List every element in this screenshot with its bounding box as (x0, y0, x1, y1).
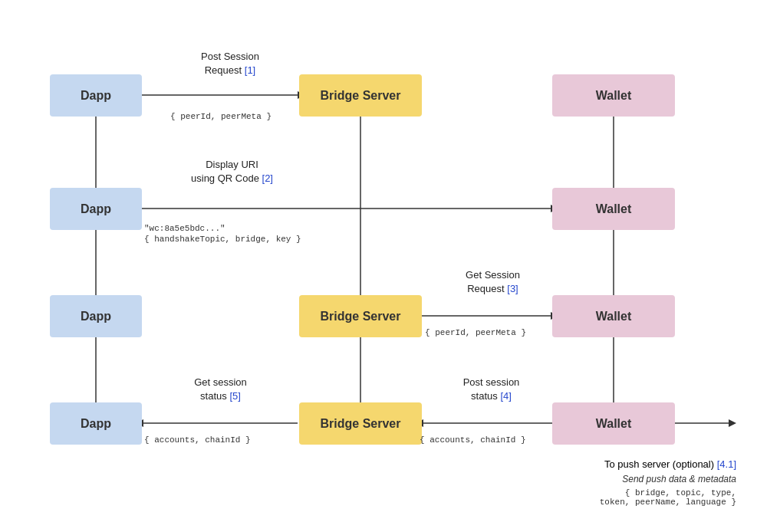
step5-num: [5] (229, 390, 240, 402)
step5-label: Get sessionstatus [5] (165, 376, 276, 403)
wallet2-label: Wallet (596, 202, 632, 216)
code2a-text: "wc:8a5e5bdc..." (144, 224, 225, 233)
code2b: { handshakeTopic, bridge, key } (144, 235, 301, 244)
wallet-box-1: Wallet (552, 74, 675, 117)
bridge3-label: Bridge Server (321, 417, 401, 431)
step2-label: Display URIusing QR Code [2] (165, 158, 299, 186)
dapp3-label: Dapp (81, 310, 111, 323)
code4-text: { accounts, chainId } (420, 435, 526, 445)
push-server-label: To push server (optional) (604, 458, 714, 470)
wallet-box-2: Wallet (552, 188, 675, 230)
bridge-box-2: Bridge Server (299, 295, 422, 337)
wallet-box-4: Wallet (552, 402, 675, 445)
code4: { accounts, chainId } (420, 435, 526, 445)
bridge1-label: Bridge Server (321, 89, 401, 103)
code3: { peerId, peerMeta } (425, 328, 526, 337)
bridge-box-3: Bridge Server (299, 402, 422, 445)
code3-text: { peerId, peerMeta } (425, 328, 526, 337)
dapp4-label: Dapp (81, 417, 111, 431)
code5-text: { accounts, chainId } (144, 435, 251, 445)
step1-label: Post SessionRequest [1] (169, 50, 291, 77)
code2b-text: { handshakeTopic, bridge, key } (144, 235, 301, 244)
wallet1-label: Wallet (596, 89, 632, 103)
code2a: "wc:8a5e5bdc..." (144, 224, 225, 233)
dapp-box-2: Dapp (50, 188, 142, 230)
code5: { accounts, chainId } (144, 435, 251, 445)
dapp-box-3: Dapp (50, 295, 142, 337)
step1-num: [1] (245, 64, 255, 76)
bridge2-label: Bridge Server (321, 310, 401, 323)
step4-label: Post sessionstatus [4] (436, 376, 547, 403)
step4-num: [4] (500, 390, 511, 402)
push-server-num: [4.1] (717, 458, 736, 470)
push-server-section: To push server (optional) [4.1] Send pus… (476, 458, 736, 507)
step2-num: [2] (262, 172, 273, 184)
diagram: Dapp Dapp Dapp Dapp Bridge Server Bridge… (0, 0, 757, 532)
wallet4-label: Wallet (596, 417, 632, 431)
dapp-box-1: Dapp (50, 74, 142, 117)
svg-marker-13 (729, 419, 736, 427)
dapp-box-4: Dapp (50, 402, 142, 445)
push-server-italic: Send push data & metadata (622, 474, 736, 484)
push-server-code: { bridge, topic, type, token, peerName, … (476, 488, 736, 507)
wallet-box-3: Wallet (552, 295, 675, 337)
code1-text: { peerId, peerMeta } (170, 112, 272, 121)
bridge-box-1: Bridge Server (299, 74, 422, 117)
code1: { peerId, peerMeta } (170, 112, 272, 121)
step3-label: Get SessionRequest [3] (437, 268, 548, 296)
step3-num: [3] (507, 283, 518, 294)
dapp1-label: Dapp (81, 89, 111, 103)
dapp2-label: Dapp (81, 202, 111, 216)
wallet3-label: Wallet (596, 310, 632, 323)
